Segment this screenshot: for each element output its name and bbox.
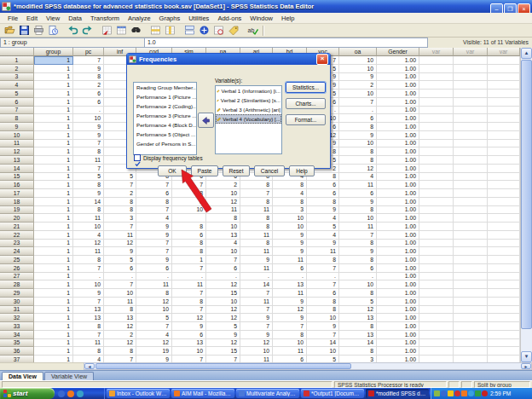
grid-cell[interactable] <box>454 181 488 189</box>
grid-cell[interactable]: 1.00 <box>377 273 419 281</box>
grid-cell[interactable]: 7 <box>73 56 104 65</box>
insert-cases-icon[interactable] <box>148 24 163 38</box>
grid-cell[interactable]: 1.00 <box>377 114 419 123</box>
grid-cell[interactable]: 12 <box>104 322 136 331</box>
grid-cell[interactable]: 3 <box>273 206 307 215</box>
grid-cell[interactable]: 6 <box>339 114 377 123</box>
grid-cell[interactable]: 11 <box>73 156 104 165</box>
grid-cell[interactable] <box>419 306 454 315</box>
grid-cell[interactable]: 13 <box>273 280 307 289</box>
grid-cell[interactable]: 11 <box>136 280 172 289</box>
grid-cell[interactable]: 1 <box>34 98 73 107</box>
grid-cell[interactable] <box>419 114 454 123</box>
grid-cell[interactable]: 10 <box>240 347 273 356</box>
grid-cell[interactable] <box>488 123 520 131</box>
grid-cell[interactable]: 5 <box>104 256 136 264</box>
row-header[interactable]: 12 <box>0 147 34 156</box>
grid-cell[interactable] <box>488 98 520 107</box>
grid-cell[interactable]: 11 <box>273 256 307 264</box>
cell-editor[interactable]: 1.0 <box>145 38 428 48</box>
grid-cell[interactable]: 1 <box>34 256 73 264</box>
grid-cell[interactable]: 7 <box>136 181 172 189</box>
grid-cell[interactable]: 4 <box>339 173 377 182</box>
grid-cell[interactable]: 8 <box>104 306 136 315</box>
grid-cell[interactable]: 10 <box>73 223 104 231</box>
grid-cell[interactable]: 8 <box>73 322 104 331</box>
grid-cell[interactable] <box>488 107 520 115</box>
menu-addons[interactable]: Add-ons <box>213 14 246 22</box>
taskbar-button[interactable]: AIM Mail - Mozilla Fire... <box>171 389 234 398</box>
row-header[interactable]: 23 <box>0 240 34 248</box>
row-header[interactable]: 34 <box>0 331 34 339</box>
grid-cell[interactable]: 9 <box>206 331 240 339</box>
grid-cell[interactable]: 13 <box>172 339 206 348</box>
grid-cell[interactable]: 11 <box>73 214 104 223</box>
grid-cell[interactable]: 1 <box>172 256 206 264</box>
grid-cell[interactable]: 1 <box>34 173 73 182</box>
column-header-pc[interactable]: pc <box>73 48 104 56</box>
charts-button[interactable]: Charts... <box>286 98 326 109</box>
grid-cell[interactable]: 8 <box>240 181 273 189</box>
grid-cell[interactable]: 12 <box>104 339 136 348</box>
grid-cell[interactable]: 10 <box>339 65 377 73</box>
grid-cell[interactable]: 1.00 <box>377 214 419 223</box>
grid-cell[interactable]: 4 <box>206 240 240 248</box>
scroll-up-icon[interactable]: ▲ <box>521 48 532 59</box>
grid-cell[interactable]: 13 <box>73 306 104 315</box>
grid-cell[interactable] <box>488 223 520 231</box>
tab-variable-view[interactable]: Variable View <box>44 372 94 380</box>
grid-cell[interactable] <box>488 247 520 256</box>
grid-cell[interactable]: 7 <box>104 356 136 362</box>
grid-cell[interactable]: 5 <box>339 298 377 306</box>
grid-cell[interactable] <box>454 231 488 240</box>
grid-cell[interactable] <box>454 173 488 182</box>
grid-cell[interactable]: 1 <box>34 107 73 115</box>
grid-cell[interactable] <box>488 298 520 306</box>
row-header[interactable]: 10 <box>0 131 34 140</box>
menu-file[interactable]: File <box>3 14 22 22</box>
grid-cell[interactable]: 1 <box>34 306 73 315</box>
menu-edit[interactable]: Edit <box>22 14 42 22</box>
grid-cell[interactable] <box>454 98 488 107</box>
grid-cell[interactable]: 6 <box>172 231 206 240</box>
grid-cell[interactable] <box>454 223 488 231</box>
grid-cell[interactable]: 9 <box>136 256 172 264</box>
grid-cell[interactable]: 9 <box>73 189 104 198</box>
row-header[interactable]: 3 <box>0 73 34 82</box>
grid-cell[interactable] <box>454 331 488 339</box>
grid-cell[interactable]: 7 <box>240 306 273 315</box>
grid-cell[interactable]: 1.00 <box>377 306 419 315</box>
grid-cell[interactable]: . <box>73 273 104 281</box>
grid-cell[interactable]: . <box>240 273 273 281</box>
grid-cell[interactable] <box>454 356 488 362</box>
undo-icon[interactable] <box>66 24 80 38</box>
grid-cell[interactable]: 1 <box>34 298 73 306</box>
grid-cell[interactable]: 12 <box>206 198 240 206</box>
grid-cell[interactable]: 14 <box>307 339 339 348</box>
grid-cell[interactable] <box>488 256 520 264</box>
grid-cell[interactable]: 7 <box>172 289 206 298</box>
grid-cell[interactable]: 12 <box>104 240 136 248</box>
scroll-left-icon[interactable]: ◄ <box>84 363 95 369</box>
grid-cell[interactable] <box>419 339 454 348</box>
grid-cell[interactable] <box>419 181 454 189</box>
grid-cell[interactable]: 11 <box>104 298 136 306</box>
grid-cell[interactable]: 8 <box>307 298 339 306</box>
grid-cell[interactable]: 1.00 <box>377 331 419 339</box>
grid-cell[interactable]: 8 <box>273 181 307 189</box>
grid-cell[interactable]: 1 <box>34 273 73 281</box>
grid-cell[interactable] <box>419 256 454 264</box>
grid-cell[interactable]: . <box>73 107 104 115</box>
grid-cell[interactable]: 6 <box>307 189 339 198</box>
grid-cell[interactable] <box>454 306 488 315</box>
grid-cell[interactable]: . <box>136 273 172 281</box>
grid-cell[interactable]: 8 <box>339 289 377 298</box>
grid-cell[interactable] <box>454 198 488 206</box>
grid-cell[interactable]: 1.00 <box>377 81 419 90</box>
variable-list-item[interactable]: Verbal 1 (Information) [i... <box>216 86 281 95</box>
menu-window[interactable]: Window <box>246 14 277 22</box>
grid-cell[interactable]: 9 <box>339 247 377 256</box>
row-header[interactable]: 26 <box>0 264 34 273</box>
find-icon[interactable] <box>129 24 143 38</box>
grid-cell[interactable]: 7 <box>172 264 206 273</box>
